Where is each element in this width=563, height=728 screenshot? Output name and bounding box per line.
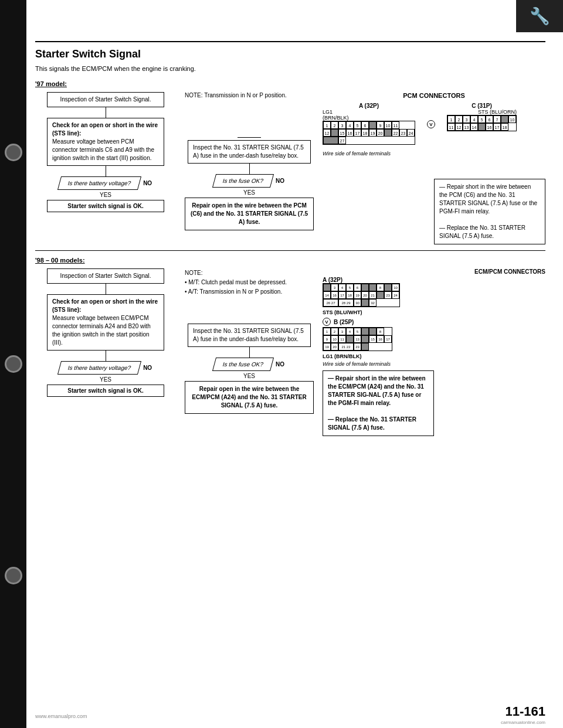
a9-fill4 (384, 284, 392, 291)
page-container: 🔧 Starter Switch Signal This signals the… (0, 0, 563, 728)
cell-2: 2 (331, 121, 338, 129)
cc-fill2 (478, 123, 486, 131)
cell-6: 6 (361, 121, 369, 129)
a32p-label: A (32P) (323, 103, 415, 109)
cell-7 (369, 121, 377, 129)
diamond1-9800: Is there battery voltage? (57, 361, 141, 375)
b25p-label: B (25P) (334, 319, 354, 325)
section9800: Inspection of Starter Switch Signal. Che… (35, 268, 545, 436)
box2-97: Check for an open or short in the wire (… (47, 118, 164, 166)
no-line (238, 137, 261, 138)
cc-4: 4 (470, 115, 478, 123)
right-repair-line2-97: — Replace the No. 31 STARTER SIGNAL (7.5… (439, 224, 525, 239)
right-repair-line1-9800: — Repair short in the wire between the E… (328, 375, 426, 406)
b-row2: 9 10 11 13 15 16 17 (323, 335, 392, 343)
a9800-row3: 26 27 28 29 30 32 (323, 299, 399, 307)
cell-24: 24 (407, 129, 415, 137)
repair-box-9800: Repair open in the wire between the ECM/… (185, 381, 314, 414)
b25p-9800: V B (25P) 1 2 3 4 5 8 9 (323, 318, 545, 351)
result-box-97: Starter switch signal is OK. (47, 200, 164, 212)
note-line3-9800: • A/T: Transmission in N or P position. (185, 287, 287, 297)
b-row3: 19 20 21 22 23 (323, 343, 392, 351)
b-10: 10 (331, 335, 338, 343)
b-2122: 21 22 (338, 343, 354, 351)
wire-side-97: Wire side of female terminals (323, 151, 545, 157)
cell-5: 5 (354, 121, 361, 129)
cell-22: 22 (392, 129, 399, 137)
c-row2: 11 12 13 14 16 17 18 (447, 123, 516, 131)
b-grid: 1 2 3 4 5 8 9 10 11 13 (323, 327, 392, 351)
model9800-label: '98 – 00 models: (35, 257, 545, 264)
yes-label2-97: YES (243, 189, 255, 196)
binding-hole-3 (5, 567, 22, 584)
note-line1-9800: NOTE: (185, 268, 287, 278)
cell-fill3 (323, 137, 338, 144)
cc-18: 18 (501, 123, 508, 131)
lg1-label-9800: LG1 (BRN/BLK) (323, 353, 545, 359)
middle-box1-9800: Inspect the No. 31 STARTER SIGNAL (7.5 A… (188, 324, 311, 347)
b-13: 13 (354, 335, 361, 343)
b-15: 15 (369, 335, 377, 343)
c-row1: 1 2 3 4 5 6 7 10 (447, 115, 516, 123)
a9-2829: 28 29 (338, 299, 354, 307)
cc-14: 14 (470, 123, 478, 131)
carmanual-watermark: carmanualonline.com (501, 720, 545, 725)
sts-label-97: STS (BLU/ORN) (447, 109, 517, 115)
cell-fill1 (331, 129, 338, 137)
lg1-label: LG1 (BRN/BLK) (323, 109, 415, 121)
subtitle: This signals the ECM/PCM when the engine… (35, 65, 545, 72)
cell-3: 3 (338, 121, 346, 129)
binding-hole-2 (5, 355, 22, 373)
a9-8: 8 (377, 284, 384, 291)
v-symbol-9800: V (323, 318, 331, 326)
sts-label-9800: STS (BLU/WHT) (323, 309, 545, 315)
b-fill2 (369, 328, 377, 335)
note-line2-9800: • M/T: Clutch pedal must be depressed. (185, 278, 287, 287)
b-8: 8 (377, 328, 384, 335)
right-repair-box-9800: — Repair short in the wire between the E… (323, 370, 434, 436)
a9800-row2: 14 16 17 18 19 20 21 23 24 (323, 291, 399, 299)
cc-13: 13 (463, 123, 470, 131)
c31p-connector: C (31P) STS (BLU/ORN) 1 2 3 4 5 6 7 10 (447, 103, 517, 145)
no-label2-9800: NO (276, 361, 284, 368)
right-repair-line1-97: — Repair short in the wire between the P… (439, 183, 537, 215)
note-9800: NOTE: • M/T: Clutch pedal must be depres… (185, 268, 287, 297)
yes-label-9800: YES (100, 376, 111, 383)
yes-label-97: YES (100, 192, 111, 198)
middle-flow-9800: NOTE: • M/T: Clutch pedal must be depres… (185, 268, 314, 436)
a9-23: 23 (384, 291, 392, 299)
wire-side-9800: Wire side of female terminals (323, 361, 545, 367)
cc-1: 1 (447, 115, 455, 123)
a9-20: 20 (361, 291, 369, 299)
cc-12: 12 (455, 123, 463, 131)
cell-18: 18 (361, 129, 369, 137)
a9-17: 17 (338, 291, 346, 299)
cell-15: 15 (338, 129, 346, 137)
a32p-connector: A (32P) LG1 (BRN/BLK) 1 2 3 4 5 6 (323, 103, 415, 145)
a32p-9800: A (32P) 3 4 5 6 8 10 1 (323, 277, 545, 307)
a9-19: 19 (354, 291, 361, 299)
cc-fill (501, 115, 508, 123)
repair-box-97: Repair open in the wire between the PCM … (185, 198, 314, 230)
b-23: 23 (354, 343, 361, 351)
a9-21: 21 (369, 291, 377, 299)
a9-fill2 (361, 284, 369, 291)
a-row1: 1 2 3 4 5 6 9 10 11 (323, 121, 415, 129)
diamond-row2-9800: Is the fuse OK? NO (214, 358, 284, 371)
a9-4: 4 (338, 284, 346, 291)
a9-1617: 16 (331, 291, 338, 299)
a9-6: 6 (354, 284, 361, 291)
a9-30: 30 (354, 299, 361, 307)
a9-32: 32 (369, 299, 377, 307)
cell-11: 11 (392, 121, 399, 129)
b-20: 20 (331, 343, 338, 351)
b-11: 11 (338, 335, 346, 343)
right-repair-box-97: — Repair short in the wire between the P… (434, 179, 545, 244)
section97: Inspection of Starter Switch Signal. Che… (35, 92, 545, 244)
left-binding (0, 0, 26, 728)
middle-box1-97: Inspect the No. 31 STARTER SIGNAL (7.5 A… (188, 140, 311, 164)
cell-19: 19 (369, 129, 377, 137)
watermark: www.emanualpro.com (35, 713, 87, 719)
honda-icon: 🔧 (530, 6, 550, 26)
b-19: 19 (323, 343, 331, 351)
